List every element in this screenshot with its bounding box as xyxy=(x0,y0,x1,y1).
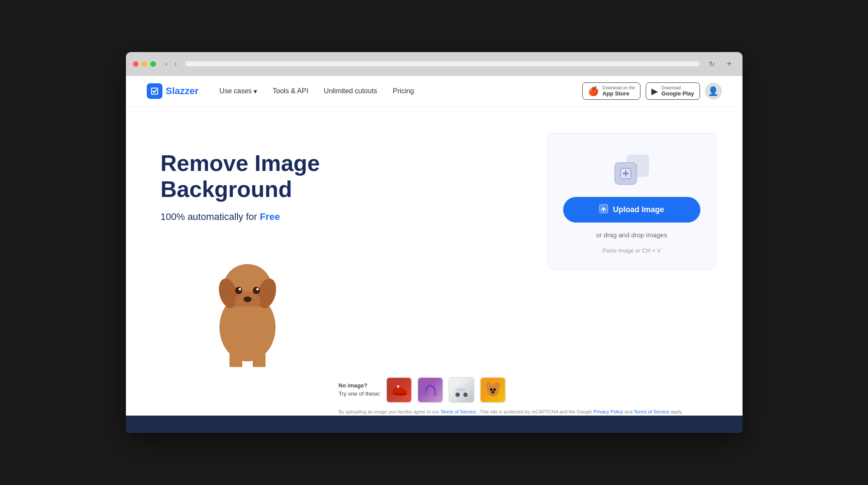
no-image-label: No image? Try one of these: xyxy=(339,382,381,397)
sample-bear[interactable] xyxy=(480,377,506,403)
sample-headphones[interactable] xyxy=(417,377,443,403)
page-content: Slazzer Use cases ▾ Tools & API Unlimite… xyxy=(126,76,743,416)
chevron-down-icon: ▾ xyxy=(254,87,257,95)
paste-text: Paste image or Ctrl + V xyxy=(602,247,661,254)
traffic-lights xyxy=(133,61,156,67)
privacy-policy-link[interactable]: Privacy Policy xyxy=(594,409,623,414)
svg-point-21 xyxy=(463,393,468,397)
terms-of-service-link-2[interactable]: Terms of Service xyxy=(634,409,669,414)
upload-image-button[interactable]: Upload Image xyxy=(563,197,700,223)
svg-point-5 xyxy=(235,287,242,294)
app-store-button[interactable]: 🍎 Download on the App Store xyxy=(582,82,640,100)
svg-point-6 xyxy=(252,287,260,294)
svg-point-26 xyxy=(493,388,496,391)
hero-text: Remove Image Background 100% automatical… xyxy=(152,133,547,370)
terms-of-service-link-1[interactable]: Terms of Service xyxy=(440,409,476,414)
nav-pricing[interactable]: Pricing xyxy=(393,87,414,95)
address-bar[interactable] xyxy=(185,61,700,67)
logo-area[interactable]: Slazzer xyxy=(147,83,199,99)
browser-window: ‹ › ↻ + Slazzer Use cases ▾ xyxy=(126,52,743,433)
svg-point-9 xyxy=(243,296,251,302)
logo-text: Slazzer xyxy=(166,85,199,97)
reload-button[interactable]: ↻ xyxy=(706,59,718,69)
nav-unlimited-cutouts[interactable]: Unlimited cutouts xyxy=(324,87,377,95)
bear-thumbnail xyxy=(481,378,505,402)
close-button[interactable] xyxy=(133,61,139,67)
app-store-text: Download on the App Store xyxy=(602,85,635,97)
nav-links: Use cases ▾ Tools & API Unlimited cutout… xyxy=(219,87,582,95)
forward-button[interactable]: › xyxy=(172,59,179,69)
minimize-button[interactable] xyxy=(142,61,147,67)
hero-section: Remove Image Background 100% automatical… xyxy=(126,107,743,370)
terms-section: By uploading an image you hereby agree t… xyxy=(126,403,743,416)
user-avatar[interactable]: 👤 xyxy=(705,83,722,99)
car-thumbnail xyxy=(449,378,474,402)
svg-rect-11 xyxy=(229,349,242,367)
drag-drop-text: or drag and drop images xyxy=(596,231,667,239)
maximize-button[interactable] xyxy=(150,61,156,67)
svg-rect-18 xyxy=(424,391,427,396)
google-play-button[interactable]: ▶ Download Google Play xyxy=(646,82,700,100)
sample-shoe[interactable] xyxy=(386,377,412,403)
svg-point-25 xyxy=(490,388,492,391)
svg-point-28 xyxy=(492,391,494,393)
browser-titlebar: ‹ › ↻ + xyxy=(126,52,743,76)
dog-illustration-area xyxy=(161,231,547,370)
sample-images-section: No image? Try one of these: xyxy=(126,370,743,403)
upload-area: Upload Image or drag and drop images Pas… xyxy=(547,133,716,270)
svg-point-23 xyxy=(485,382,492,388)
shoe-thumbnail xyxy=(387,378,411,402)
svg-point-8 xyxy=(256,288,259,291)
sample-car[interactable] xyxy=(449,377,475,403)
hero-subtitle: 100% automatically for Free xyxy=(161,211,547,223)
apple-icon: 🍎 xyxy=(588,86,599,96)
icon-front xyxy=(614,162,637,185)
svg-rect-12 xyxy=(252,349,265,367)
browser-nav-buttons: ‹ › xyxy=(163,59,180,69)
hero-title: Remove Image Background xyxy=(161,151,547,203)
nav-actions: 🍎 Download on the App Store ▶ Download G… xyxy=(582,82,721,100)
footer-bar xyxy=(126,416,743,433)
upload-icon xyxy=(599,204,608,216)
svg-point-7 xyxy=(238,288,241,291)
svg-rect-19 xyxy=(433,391,437,396)
svg-point-24 xyxy=(494,382,500,388)
navbar: Slazzer Use cases ▾ Tools & API Unlimite… xyxy=(126,76,743,107)
upload-card: Upload Image or drag and drop images Pas… xyxy=(547,133,716,270)
upload-icon-stack xyxy=(614,154,649,185)
back-button[interactable]: ‹ xyxy=(163,59,170,69)
google-play-icon: ▶ xyxy=(651,86,658,96)
dog-illustration xyxy=(195,231,300,367)
user-icon: 👤 xyxy=(708,86,719,96)
nav-use-cases[interactable]: Use cases ▾ xyxy=(219,87,257,95)
svg-rect-10 xyxy=(235,306,259,318)
google-play-text: Download Google Play xyxy=(661,85,694,97)
headphones-thumbnail xyxy=(418,378,442,402)
svg-point-20 xyxy=(455,393,460,397)
new-tab-button[interactable]: + xyxy=(723,58,736,70)
logo-icon xyxy=(147,83,162,99)
nav-tools-api[interactable]: Tools & API xyxy=(273,87,308,95)
